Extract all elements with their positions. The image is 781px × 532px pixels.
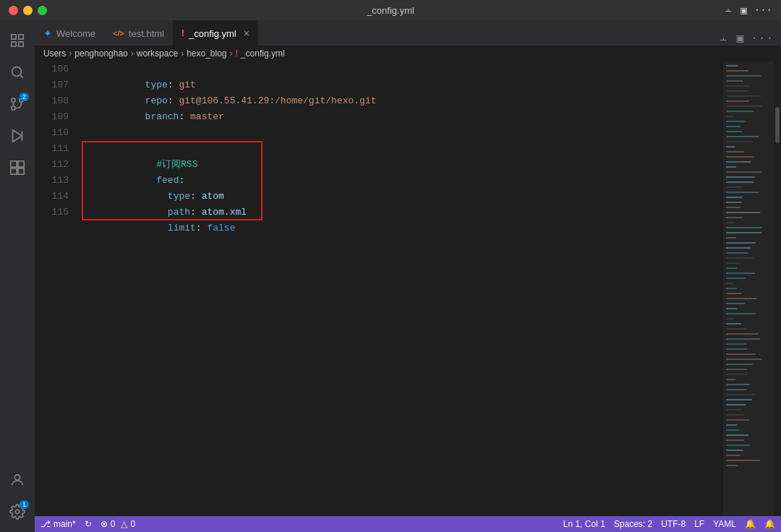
- svg-rect-7: [18, 161, 24, 167]
- minimize-button[interactable]: [23, 6, 33, 15]
- line-num-108: 108: [40, 93, 69, 109]
- maximize-button[interactable]: [38, 6, 47, 15]
- line-num-111: 111: [40, 141, 69, 157]
- activity-icon-account[interactable]: [3, 466, 32, 494]
- window-title: _config.yml: [367, 5, 414, 16]
- breadcrumb: Users › penghonghao › workspace › hexo_b…: [35, 46, 781, 61]
- status-sync[interactable]: ↻: [85, 519, 92, 529]
- line-num-113: 113: [40, 173, 69, 189]
- svg-rect-9: [18, 168, 24, 174]
- app-container: 2: [0, 20, 781, 532]
- html-icon: </>: [113, 29, 124, 38]
- code-line-109: [77, 109, 720, 125]
- code-line-114: path: atom.xml: [77, 189, 720, 205]
- scrollbar-track: [774, 61, 781, 516]
- status-encoding[interactable]: UTF-8: [661, 519, 686, 529]
- error-icon: ⊗: [101, 519, 108, 529]
- svg-point-11: [15, 510, 20, 514]
- activity-icon-extensions[interactable]: [3, 153, 32, 182]
- activity-icon-search[interactable]: [3, 58, 32, 87]
- split-editor-icon[interactable]: ⫠: [723, 4, 733, 16]
- minimap: [723, 61, 781, 516]
- line-num-115: 115: [40, 205, 69, 220]
- status-bar-left: ⎇ main* ↻ ⊗ 0 △ 0: [40, 519, 135, 529]
- status-line-ending[interactable]: LF: [694, 519, 704, 529]
- status-language[interactable]: YAML: [713, 519, 736, 529]
- tab-welcome[interactable]: ✦ Welcome: [35, 20, 104, 46]
- status-branch[interactable]: ⎇ main*: [40, 519, 76, 529]
- status-position[interactable]: Ln 1, Col 1: [563, 519, 605, 529]
- status-bar-right: Ln 1, Col 1 Spaces: 2 UTF-8 LF YAML 🔔: [563, 519, 775, 529]
- tab-bar-actions: ⫠ ▣ ···: [718, 31, 781, 46]
- scrollbar-thumb[interactable]: [775, 107, 780, 143]
- minimap-canvas: [723, 61, 781, 516]
- settings-badge: 1: [20, 500, 29, 509]
- editor-area: ✦ Welcome </> test.html ! _config.yml × …: [35, 20, 781, 532]
- layout-tab-icon[interactable]: ▣: [737, 31, 744, 46]
- welcome-icon: ✦: [43, 27, 52, 39]
- status-errors[interactable]: ⊗ 0 △ 0: [101, 519, 135, 529]
- breadcrumb-hexo-blog[interactable]: hexo_blog: [187, 48, 226, 59]
- code-line-106: type: git: [77, 61, 720, 77]
- tab-config-yml[interactable]: ! _config.yml ×: [173, 20, 258, 46]
- status-bar: ⎇ main* ↻ ⊗ 0 △ 0 Ln 1, Col 1 Spac: [35, 516, 781, 532]
- activity-icon-run[interactable]: [3, 121, 32, 150]
- status-spaces[interactable]: Spaces: 2: [614, 519, 652, 529]
- more-icon[interactable]: ···: [754, 4, 772, 16]
- code-line-113: type: atom: [77, 173, 720, 189]
- activity-icon-source-control[interactable]: 2: [3, 90, 32, 119]
- code-line-108: branch: master: [77, 93, 720, 109]
- tab-config-label: _config.yml: [189, 28, 236, 39]
- code-line-111: #订阅RSS: [77, 141, 720, 157]
- breadcrumb-config-yml[interactable]: _config.yml: [241, 48, 285, 59]
- branch-name: main*: [54, 519, 76, 529]
- breadcrumb-sep-1: ›: [69, 48, 72, 59]
- breadcrumb-sep-4: ›: [230, 48, 233, 59]
- more-tab-icon[interactable]: ···: [751, 32, 774, 45]
- breadcrumb-penghonghao[interactable]: penghonghao: [74, 48, 127, 59]
- yaml-icon: !: [182, 28, 184, 38]
- language-label: YAML: [713, 519, 736, 529]
- tab-close-button[interactable]: ×: [244, 27, 249, 39]
- code-content[interactable]: type: git repo: git@106.55.41.29:/home/g…: [74, 61, 723, 516]
- title-bar-actions: ⫠ ▣ ···: [723, 4, 772, 17]
- notification-icon: 🔔: [764, 519, 775, 529]
- svg-rect-6: [11, 161, 17, 167]
- breadcrumb-workspace[interactable]: workspace: [137, 48, 178, 59]
- layout-icon[interactable]: ▣: [741, 4, 746, 17]
- position-label: Ln 1, Col 1: [563, 519, 605, 529]
- line-num-106: 106: [40, 61, 69, 77]
- line-num-107: 107: [40, 77, 69, 93]
- status-feedback[interactable]: 🔔: [745, 519, 756, 529]
- line-numbers: 106 107 108 109 110 111 112 113 114 115: [35, 61, 74, 516]
- svg-marker-4: [13, 130, 22, 142]
- svg-point-3: [12, 98, 16, 103]
- line-num-110: 110: [40, 125, 69, 141]
- breadcrumb-users[interactable]: Users: [43, 48, 66, 59]
- code-line-112: feed:: [77, 157, 720, 173]
- sync-icon: ↻: [85, 519, 92, 529]
- status-notification[interactable]: 🔔: [764, 519, 775, 529]
- svg-point-1: [12, 106, 16, 111]
- breadcrumb-sep-3: ›: [181, 48, 184, 59]
- tab-test-html[interactable]: </> test.html: [104, 20, 173, 46]
- close-button[interactable]: [9, 6, 18, 15]
- error-count: 0: [111, 519, 116, 529]
- activity-bar: 2: [0, 20, 35, 532]
- activity-icon-settings[interactable]: 1: [3, 497, 32, 526]
- activity-bar-bottom: 1: [3, 466, 32, 532]
- svg-point-0: [12, 67, 22, 77]
- code-line-107: repo: git@106.55.41.29:/home/git/hexo.gi…: [77, 77, 720, 93]
- breadcrumb-sep-2: ›: [131, 48, 134, 59]
- code-editor: 106 107 108 109 110 111 112 113 114 115 …: [35, 61, 781, 516]
- warning-icon: △: [121, 519, 127, 529]
- line-num-109: 109: [40, 109, 69, 125]
- window-controls[interactable]: [9, 6, 47, 15]
- line-ending-label: LF: [694, 519, 704, 529]
- split-editor-tab-icon[interactable]: ⫠: [718, 32, 730, 46]
- svg-point-10: [14, 475, 20, 480]
- tab-testhtml-label: test.html: [129, 28, 164, 39]
- tab-bar: ✦ Welcome </> test.html ! _config.yml × …: [35, 20, 781, 46]
- spaces-label: Spaces: 2: [614, 519, 652, 529]
- activity-icon-explorer[interactable]: [3, 26, 32, 55]
